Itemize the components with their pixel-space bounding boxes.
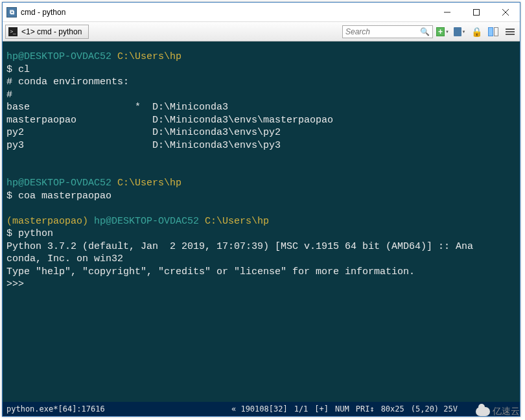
cmd-line: $ coa masterpaopao [6, 191, 111, 202]
svg-rect-1 [473, 9, 479, 15]
cmd-line: $ python [6, 228, 53, 239]
console-tab-label: <1> cmd - python [21, 27, 82, 36]
env-row: py3 D:\Miniconda3\envs\py3 [6, 140, 281, 151]
watermark: 亿速云 [476, 406, 520, 417]
search-input[interactable] [345, 27, 420, 36]
prompt-host: hp@DESKTOP-OVDAC52 [6, 178, 111, 189]
maximize-button[interactable] [461, 3, 491, 22]
cloud-icon [476, 407, 490, 416]
close-icon [502, 9, 509, 16]
status-date: « 190108[32] [231, 404, 288, 414]
toolbar: >_ <1> cmd - python 🔍 +▼ ▼ 🔒 [3, 22, 520, 41]
prompt-path: C:\Users\hp [117, 51, 181, 62]
status-cursor: (5,20) 25V [411, 404, 458, 414]
lock-icon: 🔒 [471, 27, 482, 37]
prompt-host: hp@DESKTOP-OVDAC52 [94, 216, 199, 227]
book-icon [454, 27, 461, 36]
plus-icon: + [436, 27, 445, 36]
env-row: masterpaopao D:\Miniconda3\envs\masterpa… [6, 115, 333, 126]
cmd-line: $ cl [6, 64, 30, 75]
status-size: 80x25 [381, 404, 404, 414]
python-banner-line: Type "help", "copyright", "credits" or "… [6, 266, 415, 277]
bookmarks-button[interactable]: ▼ [452, 25, 467, 39]
status-pri: PRI↕ [356, 404, 375, 414]
python-banner-line: Python 3.7.2 (default, Jan 2 2019, 17:07… [6, 241, 473, 252]
status-process: python.exe*[64]:17616 [6, 404, 105, 414]
console-tab[interactable]: >_ <1> cmd - python [5, 25, 89, 39]
env-row: py2 D:\Miniconda3\envs\py2 [6, 127, 281, 138]
maximize-icon [473, 9, 480, 16]
prompt-host: hp@DESKTOP-OVDAC52 [6, 51, 111, 62]
terminal-output[interactable]: hp@DESKTOP-OVDAC52 C:\Users\hp $ cl # co… [3, 41, 520, 402]
lock-button[interactable]: 🔒 [469, 25, 484, 39]
console-tab-icon: >_ [8, 27, 18, 36]
status-num: NUM [335, 404, 349, 414]
prompt-path: C:\Users\hp [205, 216, 269, 227]
status-plus: [+] [314, 404, 329, 414]
layout-button[interactable] [486, 25, 500, 39]
minimize-button[interactable] [432, 3, 461, 22]
repl-prompt: >>> [6, 279, 24, 290]
panes-icon [488, 27, 498, 36]
hash-line: # [6, 89, 12, 100]
python-banner-line: conda, Inc. on win32 [6, 253, 123, 264]
search-box[interactable]: 🔍 [342, 25, 433, 38]
prompt-path: C:\Users\hp [117, 178, 181, 189]
status-bar: python.exe*[64]:17616 « 190108[32] 1/1 [… [3, 402, 520, 416]
titlebar: ⧉ cmd - python [3, 3, 520, 22]
env-prefix: (masterpaopao) [6, 216, 88, 227]
window-title: cmd - python [21, 8, 71, 17]
app-window: ⧉ cmd - python >_ <1> cmd - python 🔍 +▼ … [2, 2, 520, 417]
watermark-text: 亿速云 [493, 406, 520, 417]
minimize-icon [444, 9, 450, 16]
search-icon: 🔍 [420, 27, 430, 36]
hamburger-icon [506, 29, 515, 35]
status-pos: 1/1 [294, 404, 309, 414]
close-button[interactable] [491, 3, 520, 22]
env-header: # conda environments: [6, 76, 129, 88]
env-row: base * D:\Miniconda3 [6, 102, 228, 113]
menu-button[interactable] [503, 25, 517, 39]
new-console-button[interactable]: +▼ [436, 25, 450, 39]
app-icon: ⧉ [6, 7, 17, 18]
